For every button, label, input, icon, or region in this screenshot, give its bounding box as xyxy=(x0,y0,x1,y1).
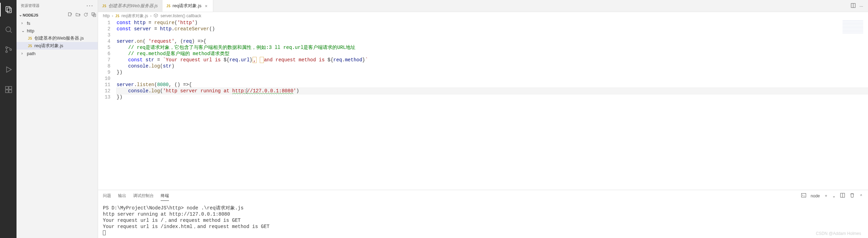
sidebar-more-icon[interactable]: ··· xyxy=(86,2,94,9)
chevron-right-icon: › xyxy=(112,13,113,18)
breadcrumb-part[interactable]: server.listen() callback xyxy=(160,13,201,18)
editor-tab[interactable]: JSreq请求对象.js× xyxy=(162,0,214,12)
chevron-down-icon: ⌄ xyxy=(21,28,27,33)
svg-rect-1 xyxy=(7,8,11,13)
editor-tabs: JS创建基本的Web服务器.jsJSreq请求对象.js× ··· xyxy=(98,0,868,12)
activity-search-icon[interactable] xyxy=(0,23,17,37)
bottom-panel: 问题输出调试控制台终端 node ＋ ⌄ ＾ PS D:\MyProject\N… xyxy=(98,190,868,238)
sidebar-section-header[interactable]: ⌄ NODEJS xyxy=(17,11,98,19)
panel-maximize-icon[interactable]: ＾ xyxy=(859,193,863,199)
svg-rect-11 xyxy=(9,90,12,93)
method-icon xyxy=(153,13,158,19)
svg-point-6 xyxy=(10,49,12,51)
terminal-shell-icon[interactable] xyxy=(801,193,806,199)
folder-item[interactable]: ›fs xyxy=(17,19,98,27)
sidebar: 资源管理器 ··· ⌄ NODEJS ›fs⌄httpJS创建基本的Web服务器… xyxy=(17,0,98,238)
svg-rect-8 xyxy=(6,86,8,89)
chevron-down-icon: ⌄ xyxy=(18,13,23,17)
code-editor[interactable]: 12345678910111213 const http = require('… xyxy=(98,20,868,190)
js-file-icon: JS xyxy=(27,44,33,48)
breadcrumb-part[interactable]: req请求对象.js xyxy=(121,13,148,19)
svg-rect-10 xyxy=(6,90,8,93)
close-icon[interactable]: × xyxy=(203,3,209,9)
js-file-icon: JS xyxy=(115,14,119,18)
collapse-all-icon[interactable] xyxy=(91,12,96,18)
terminal-output[interactable]: PS D:\MyProject\NodeJS\http> node .\req请… xyxy=(98,201,868,238)
chevron-right-icon: › xyxy=(21,51,27,56)
svg-line-3 xyxy=(10,31,12,33)
activity-run-debug-icon[interactable] xyxy=(0,63,17,76)
panel-tab[interactable]: 调试控制台 xyxy=(133,191,154,201)
breadcrumb[interactable]: http › JS req请求对象.js › server.listen() c… xyxy=(98,12,868,20)
panel-tab[interactable]: 输出 xyxy=(118,191,126,201)
activity-source-control-icon[interactable] xyxy=(0,43,17,56)
svg-rect-9 xyxy=(9,86,12,89)
activity-extensions-icon[interactable] xyxy=(0,83,17,96)
chevron-right-icon: › xyxy=(21,21,27,25)
js-file-icon: JS xyxy=(102,4,106,8)
svg-point-4 xyxy=(6,47,8,49)
activity-explorer-icon[interactable] xyxy=(0,3,17,17)
terminal-cursor xyxy=(103,230,106,235)
editor-tab[interactable]: JS创建基本的Web服务器.js xyxy=(98,0,162,12)
svg-rect-12 xyxy=(68,13,71,16)
chevron-right-icon: › xyxy=(150,13,151,18)
folder-label: fs xyxy=(27,21,30,26)
new-folder-icon[interactable] xyxy=(75,12,81,18)
file-tree: ›fs⌄httpJS创建基本的Web服务器.jsJSreq请求对象.js›pat… xyxy=(17,19,98,58)
file-label: req请求对象.js xyxy=(34,43,63,49)
folder-item[interactable]: ⌄http xyxy=(17,27,98,34)
line-gutter: 12345678910111213 xyxy=(98,20,117,190)
terminal-dropdown-icon[interactable]: ⌄ xyxy=(832,194,836,198)
new-terminal-icon[interactable]: ＋ xyxy=(824,193,828,199)
folder-label: path xyxy=(27,51,35,56)
split-terminal-icon[interactable] xyxy=(840,193,845,199)
tab-label: 创建基本的Web服务器.js xyxy=(108,3,158,9)
svg-point-2 xyxy=(6,27,11,32)
js-file-icon: JS xyxy=(27,37,33,40)
svg-marker-7 xyxy=(7,67,11,72)
refresh-icon[interactable] xyxy=(83,12,88,18)
panel-tab[interactable]: 终端 xyxy=(161,191,169,201)
panel-tab[interactable]: 问题 xyxy=(103,191,111,201)
folder-item[interactable]: ›path xyxy=(17,50,98,57)
main-area: JS创建基本的Web服务器.jsJSreq请求对象.js× ··· http ›… xyxy=(98,0,868,238)
file-item[interactable]: JS创建基本的Web服务器.js xyxy=(17,34,98,42)
watermark: CSDN @Addam Holmes xyxy=(816,231,861,236)
new-file-icon[interactable] xyxy=(67,12,73,18)
sidebar-title: 资源管理器 xyxy=(21,3,86,8)
code-area[interactable]: const http = require('http')const server… xyxy=(117,20,868,190)
terminal-shell-label[interactable]: node xyxy=(811,194,820,198)
folder-label: http xyxy=(27,28,34,33)
tab-label: req请求对象.js xyxy=(173,3,202,9)
sidebar-section-name: NODEJS xyxy=(23,13,67,17)
file-item[interactable]: JSreq请求对象.js xyxy=(17,42,98,50)
kill-terminal-icon[interactable] xyxy=(849,193,855,199)
file-label: 创建基本的Web服务器.js xyxy=(34,35,84,41)
svg-rect-0 xyxy=(6,7,10,11)
svg-point-5 xyxy=(6,51,8,53)
minimap[interactable] xyxy=(843,20,863,34)
js-file-icon: JS xyxy=(167,4,171,8)
svg-rect-17 xyxy=(802,194,806,197)
breadcrumb-part[interactable]: http xyxy=(103,13,110,18)
editor-more-icon[interactable]: ··· xyxy=(859,3,863,9)
split-editor-icon[interactable] xyxy=(850,3,856,9)
activity-bar xyxy=(0,0,17,238)
